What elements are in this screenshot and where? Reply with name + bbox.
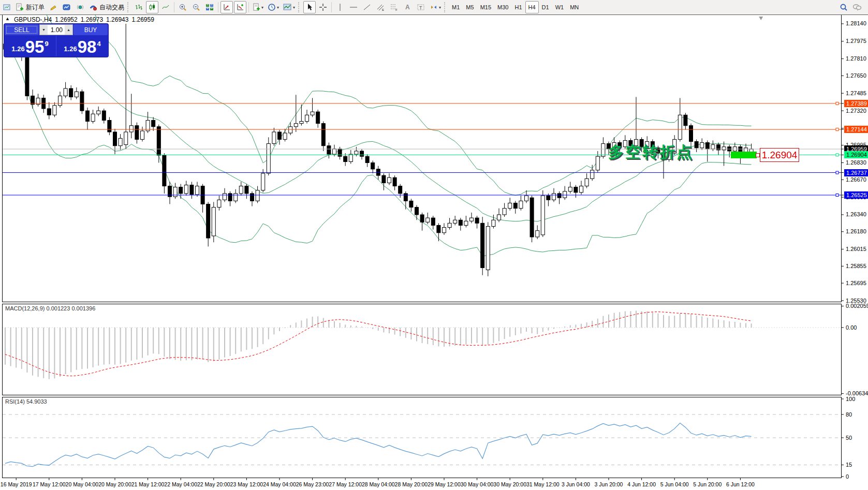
bull-candle[interactable] — [91, 114, 95, 121]
trendline-button[interactable] — [361, 1, 373, 13]
line-handle[interactable] — [836, 102, 838, 105]
bear-candle[interactable] — [481, 223, 484, 268]
bear-candle[interactable] — [278, 132, 282, 139]
bull-candle[interactable] — [212, 207, 215, 236]
bull-candle[interactable] — [294, 124, 298, 127]
bear-candle[interactable] — [190, 185, 194, 195]
bull-candle[interactable] — [333, 149, 336, 154]
bull-candle[interactable] — [596, 156, 599, 170]
bull-candle[interactable] — [129, 126, 133, 132]
timeframe-m1[interactable]: M1 — [449, 1, 463, 13]
bull-candle[interactable] — [508, 203, 512, 208]
chart-line-button[interactable] — [159, 1, 172, 13]
bear-candle[interactable] — [530, 198, 534, 237]
timeframe-w1[interactable]: W1 — [552, 1, 567, 13]
bull-candle[interactable] — [184, 185, 188, 194]
market-watch-button[interactable] — [61, 1, 73, 13]
bull-candle[interactable] — [426, 218, 430, 222]
bull-candle[interactable] — [261, 173, 265, 190]
autotrading-button[interactable]: 自动交易 — [87, 1, 126, 13]
bear-candle[interactable] — [179, 187, 183, 194]
fibonacci-button[interactable]: F — [388, 1, 400, 13]
chart-candles-button[interactable] — [146, 1, 158, 13]
bear-candle[interactable] — [695, 142, 698, 148]
bull-candle[interactable] — [711, 145, 715, 149]
bull-candle[interactable] — [283, 133, 287, 139]
bull-candle[interactable] — [486, 227, 490, 270]
bear-candle[interactable] — [47, 109, 51, 115]
bear-candle[interactable] — [25, 58, 29, 96]
bear-candle[interactable] — [376, 169, 380, 175]
timeframe-d1[interactable]: D1 — [539, 1, 552, 13]
bull-candle[interactable] — [223, 194, 227, 200]
window-menu-icon[interactable] — [1, 1, 13, 13]
bull-candle[interactable] — [272, 132, 276, 144]
bear-candle[interactable] — [135, 126, 139, 140]
bull-candle[interactable] — [492, 220, 495, 226]
bear-candle[interactable] — [31, 96, 35, 104]
bear-candle[interactable] — [321, 124, 325, 146]
bull-candle[interactable] — [355, 151, 358, 154]
bull-candle[interactable] — [464, 221, 468, 225]
sell-price[interactable]: 1.26 95 9 — [4, 36, 56, 56]
volume-input[interactable]: 1.00 — [48, 25, 65, 35]
volume-increase-button[interactable]: ▲ — [65, 25, 72, 35]
alerts-button[interactable] — [47, 1, 60, 13]
bull-candle[interactable] — [552, 194, 556, 200]
arrows-button[interactable]: ▾ — [428, 1, 443, 13]
bull-candle[interactable] — [563, 191, 567, 198]
bear-candle[interactable] — [80, 92, 84, 111]
bear-candle[interactable] — [393, 177, 396, 186]
channel-button[interactable]: E — [374, 1, 387, 13]
bear-candle[interactable] — [689, 126, 693, 142]
bull-candle[interactable] — [519, 201, 523, 208]
bear-candle[interactable] — [371, 163, 375, 169]
objects-collapse-icon[interactable]: ▲ — [5, 16, 10, 23]
bull-candle[interactable] — [525, 196, 528, 201]
bull-candle[interactable] — [75, 92, 78, 97]
zoom-out-button[interactable] — [190, 1, 202, 13]
bear-candle[interactable] — [547, 196, 550, 200]
bull-candle[interactable] — [119, 138, 122, 145]
bear-candle[interactable] — [102, 111, 106, 120]
bear-candle[interactable] — [404, 194, 407, 201]
turning-point-annotation[interactable]: 多空转折点 — [608, 142, 694, 163]
bull-candle[interactable] — [453, 220, 457, 223]
bear-candle[interactable] — [113, 132, 117, 146]
bull-candle[interactable] — [503, 209, 506, 215]
bull-candle[interactable] — [124, 132, 128, 145]
chart-canvas[interactable] — [0, 0, 868, 490]
text-label-button[interactable]: T — [415, 1, 427, 13]
indicator-window-button[interactable] — [220, 1, 233, 13]
bull-candle[interactable] — [311, 112, 314, 115]
indicator-window-alt-button[interactable] — [234, 1, 246, 13]
bear-candle[interactable] — [245, 186, 248, 194]
bull-candle[interactable] — [256, 190, 259, 201]
bear-candle[interactable] — [684, 115, 687, 126]
main-panel[interactable] — [3, 15, 842, 302]
macd-panel[interactable] — [3, 304, 842, 395]
timeframe-h4[interactable]: H4 — [525, 1, 539, 13]
bull-candle[interactable] — [722, 147, 726, 150]
bull-candle[interactable] — [601, 144, 605, 157]
bear-candle[interactable] — [360, 151, 364, 156]
buy-price[interactable]: 1.26 98 4 — [56, 36, 108, 56]
bull-candle[interactable] — [443, 228, 446, 233]
bull-candle[interactable] — [58, 96, 62, 105]
bear-candle[interactable] — [459, 220, 462, 225]
bear-candle[interactable] — [574, 187, 578, 192]
bear-candle[interactable] — [437, 225, 440, 232]
bull-candle[interactable] — [234, 194, 238, 201]
price-callout-label[interactable]: 1.26904 — [760, 148, 799, 162]
bear-candle[interactable] — [228, 194, 232, 201]
cursor-button[interactable] — [303, 1, 316, 13]
bull-candle[interactable] — [536, 231, 539, 237]
bear-candle[interactable] — [513, 203, 517, 208]
chat-button[interactable] — [851, 1, 863, 13]
new-order-button[interactable]: 新订单 — [14, 1, 46, 13]
bear-candle[interactable] — [152, 121, 155, 127]
timeframe-h1[interactable]: H1 — [511, 1, 525, 13]
vertical-line-button[interactable] — [334, 1, 346, 13]
search-button[interactable] — [837, 1, 850, 13]
bear-candle[interactable] — [163, 155, 166, 186]
